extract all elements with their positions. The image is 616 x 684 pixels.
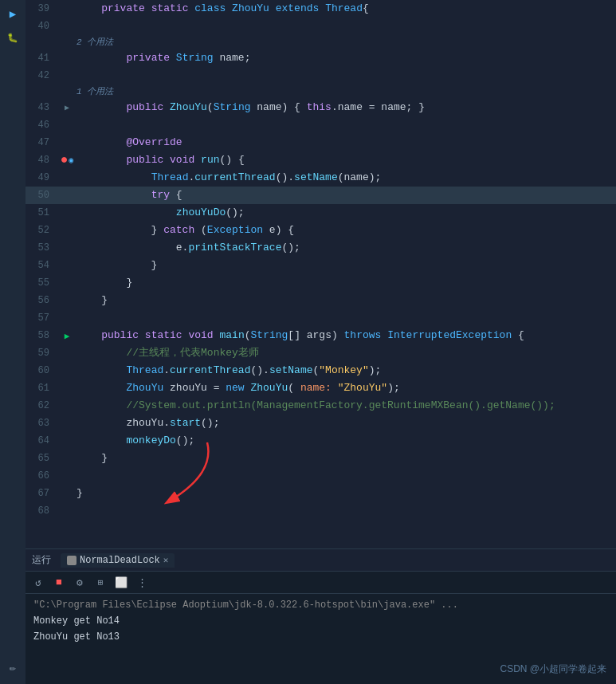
rerun-button[interactable]: ↺ (30, 575, 46, 591)
code-token (77, 101, 126, 113)
code-token: (). (250, 364, 269, 376)
line-number: 67 (26, 488, 59, 499)
code-token: (). (276, 171, 294, 183)
code-token: zhouYuDo (176, 206, 226, 218)
code-line: 48●◉ public void run() { (26, 151, 616, 169)
line-code-text: } (75, 450, 616, 467)
line-number: 64 (26, 435, 59, 446)
code-token: ZhouYu (250, 382, 288, 394)
code-line: 66 (26, 467, 616, 485)
code-token: "ZhouYu" (338, 382, 387, 394)
code-token: run (201, 154, 219, 166)
code-token: String (176, 52, 214, 64)
code-token: currentThread (194, 171, 275, 183)
code-token (226, 2, 232, 14)
line-gutter: ▶ (59, 103, 75, 112)
line-number: 46 (26, 120, 59, 131)
code-token: try (151, 189, 170, 201)
run-sidebar-icon[interactable]: ▶ (2, 3, 23, 24)
code-token: static (151, 2, 189, 14)
stop-button[interactable]: ■ (51, 575, 67, 591)
code-token: } (77, 224, 163, 236)
code-token: this (307, 101, 332, 113)
run-label: 运行 (32, 553, 51, 567)
code-token: public (126, 101, 163, 113)
code-token (77, 171, 151, 183)
run-tab[interactable]: NormalDeadLock ✕ (61, 553, 175, 568)
code-token: (); (281, 242, 300, 254)
code-token: e) { (263, 224, 294, 236)
line-number: 68 (26, 505, 59, 517)
code-token: ); (387, 382, 400, 394)
line-code-text: //主线程，代表Monkey老师 (75, 344, 616, 362)
line-number: 62 (26, 400, 59, 411)
code-token: private (126, 52, 170, 64)
code-token: { (363, 2, 369, 14)
code-token: catch (163, 224, 194, 236)
code-token: void (170, 154, 194, 166)
sidebar: ▶ 🐛 ✏ (0, 0, 26, 684)
code-line: 40 (26, 18, 616, 35)
code-token: static (145, 329, 182, 341)
code-token: Thread (325, 2, 363, 14)
code-token: ( (207, 101, 214, 113)
code-token (77, 434, 126, 446)
line-code-text: zhouYuDo(); (75, 204, 616, 222)
code-token: ( (194, 224, 207, 236)
settings-button[interactable]: ⚙ (72, 575, 88, 591)
code-token (139, 329, 145, 341)
line-gutter: ▶ (59, 331, 75, 341)
code-token: currentThread (170, 364, 250, 376)
line-number: 52 (26, 225, 59, 236)
line-code-text: e.printStackTrace(); (75, 239, 616, 257)
code-token: ); (369, 364, 382, 376)
code-token (194, 154, 201, 166)
code-token: } (77, 452, 108, 464)
line-number: 61 (26, 383, 59, 394)
code-line: 61 ZhouYu zhouYu = new ZhouYu( name: "Zh… (26, 379, 616, 397)
close-tab-button[interactable]: ✕ (163, 555, 169, 565)
line-code-text: public ZhouYu(String name) { this.name =… (75, 99, 616, 116)
code-token: e. (77, 242, 188, 254)
debug-sidebar-icon[interactable]: 🐛 (2, 27, 23, 48)
code-token (163, 101, 170, 113)
code-token: .name = name; } (332, 101, 425, 113)
line-number: 42 (26, 70, 59, 81)
line-code-text: //System.out.println(ManagementFactory.g… (75, 397, 616, 415)
edit-sidebar-icon[interactable]: ✏ (2, 657, 23, 678)
line-number: 66 (26, 470, 59, 482)
line-number: 49 (26, 172, 59, 183)
code-token: ( (245, 329, 251, 341)
code-line: 62 //System.out.println(ManagementFactor… (26, 397, 616, 415)
code-line: 55 } (26, 274, 616, 292)
code-token: zhouYu = (163, 382, 226, 394)
code-token: String (251, 329, 288, 341)
line-code-text: try { (75, 187, 616, 204)
line-code-text: } (75, 292, 616, 309)
line-code-text: monkeyDo(); (75, 432, 616, 450)
more-button[interactable]: ⋮ (134, 575, 150, 591)
code-line: 53 e.printStackTrace(); (26, 239, 616, 257)
code-token (77, 382, 126, 394)
code-token: () { (219, 154, 244, 166)
line-code-text: @Override (75, 134, 616, 151)
code-token: [] args) (288, 329, 343, 341)
line-code-text: ZhouYu zhouYu = new ZhouYu( name: "ZhouY… (75, 379, 616, 397)
code-line: 47 @Override (26, 134, 616, 151)
code-line: 41 private String name; (26, 49, 616, 67)
code-line: 57 (26, 309, 616, 327)
line-number: 58 (26, 330, 59, 341)
code-token: extends (276, 2, 320, 14)
line-code-text: private String name; (75, 49, 616, 67)
line-code-text: } (75, 274, 616, 292)
line-number: 53 (26, 242, 59, 254)
split-button[interactable]: ⬜ (113, 575, 129, 591)
code-token: throws (344, 329, 382, 341)
camera-button[interactable]: ⊞ (92, 575, 108, 591)
code-token (77, 136, 126, 148)
tab-icon (67, 556, 77, 565)
code-token (145, 2, 151, 14)
code-token: new (226, 382, 244, 394)
console-line: ZhouYu get No13 (33, 629, 608, 645)
code-token (170, 52, 176, 64)
